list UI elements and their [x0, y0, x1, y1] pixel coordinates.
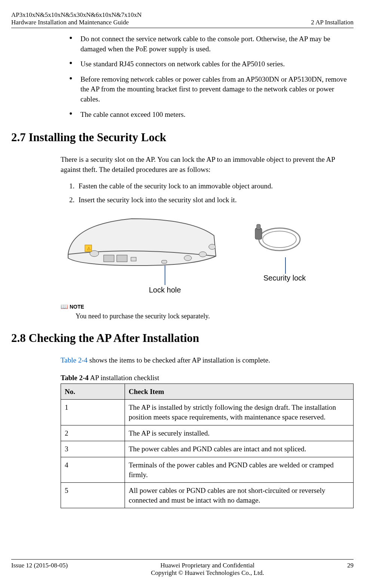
ap-device-illustration: ⚠ [64, 209, 221, 273]
intro-suffix: shows the items to be checked after AP i… [88, 356, 270, 364]
cell-item: The AP is installed by strictly followin… [125, 400, 354, 425]
table-row: 1 The AP is installed by strictly follow… [61, 400, 354, 425]
cell-no: 3 [61, 441, 125, 457]
installation-checklist-table: No. Check Item 1 The AP is installed by … [61, 384, 354, 509]
cell-item: Terminals of the power cables and PGND c… [125, 457, 354, 482]
cell-no: 1 [61, 400, 125, 425]
svg-text:⚠: ⚠ [87, 246, 91, 251]
step-item: Fasten the cable of the security lock to… [76, 181, 354, 192]
header-section-label: 2 AP Installation [311, 19, 354, 26]
note-label-text: NOTE [70, 304, 84, 310]
note-book-icon: 📖 [61, 303, 68, 310]
lock-hole-label: Lock hole [149, 286, 181, 294]
svg-point-9 [209, 244, 215, 249]
security-lock-illustration [248, 221, 304, 258]
table-row: 5 All power cables or PGND cables are no… [61, 483, 354, 508]
svg-rect-6 [162, 260, 167, 263]
table-caption-bold: Table 2-4 [61, 374, 89, 382]
svg-rect-13 [257, 224, 260, 230]
callout-line [165, 266, 165, 285]
svg-point-11 [263, 231, 296, 248]
security-lock-label: Security lock [263, 274, 306, 282]
section-2-8-intro: Table 2-4 shows the items to be checked … [61, 355, 354, 366]
cell-item: The AP is securely installed. [125, 425, 354, 441]
footer-issue: Issue 12 (2015-08-05) [11, 562, 68, 577]
cell-no: 5 [61, 483, 125, 508]
note-block: 📖 NOTE You need to purchase the security… [61, 303, 354, 320]
security-lock-figure: ⚠ Lock hole [64, 209, 326, 299]
svg-point-7 [184, 255, 192, 261]
col-header-no: No. [61, 384, 125, 400]
col-header-item: Check Item [125, 384, 354, 400]
footer-center-1: Huawei Proprietary and Confidential [151, 562, 264, 569]
page-header: AP3x10xN&5x10xN&5x30xN&6x10xN&7x10xN Har… [11, 11, 354, 28]
svg-rect-3 [104, 255, 114, 262]
section-2-8-heading: 2.8 Checking the AP After Installation [11, 331, 354, 345]
svg-rect-5 [131, 257, 136, 261]
cell-no: 2 [61, 425, 125, 441]
bullet-item: Before removing network cables or power … [69, 75, 354, 104]
table-caption-rest: AP installation checklist [89, 374, 159, 382]
section-2-7-steps: Fasten the cable of the security lock to… [61, 181, 354, 206]
header-product-line1: AP3x10xN&5x10xN&5x30xN&6x10xN&7x10xN [11, 11, 142, 19]
table-row: 2 The AP is securely installed. [61, 425, 354, 441]
cell-no: 4 [61, 457, 125, 482]
table-row: 3 The power cables and PGND cables are i… [61, 441, 354, 457]
svg-rect-4 [117, 255, 127, 262]
footer-page-number: 29 [347, 562, 354, 577]
note-body-text: You need to purchase the security lock s… [76, 312, 354, 320]
section-2-7-intro: There is a security slot on the AP. You … [61, 155, 354, 175]
bullet-list: Do not connect the service network cable… [69, 34, 354, 119]
bullet-item: Use standard RJ45 connectors on network … [69, 59, 354, 69]
table-xref-link[interactable]: Table 2-4 [61, 356, 88, 364]
table-caption: Table 2-4 AP installation checklist [61, 374, 354, 382]
table-row: 4 Terminals of the power cables and PGND… [61, 457, 354, 482]
cell-item: The power cables and PGND cables are int… [125, 441, 354, 457]
step-item: Insert the security lock into the securi… [76, 194, 354, 206]
svg-point-8 [199, 252, 207, 257]
header-product-line2: Hardware Installation and Maintenance Gu… [11, 19, 142, 26]
section-2-7-heading: 2.7 Installing the Security Lock [11, 131, 354, 144]
bullet-item: The cable cannot exceed 100 meters. [69, 110, 354, 120]
callout-line [285, 257, 286, 274]
cell-item: All power cables or PGND cables are not … [125, 483, 354, 508]
bullet-item: Do not connect the service network cable… [69, 34, 354, 54]
footer-center-2: Copyright © Huawei Technologies Co., Ltd… [151, 569, 264, 577]
page-footer: Issue 12 (2015-08-05) Huawei Proprietary… [11, 559, 354, 577]
